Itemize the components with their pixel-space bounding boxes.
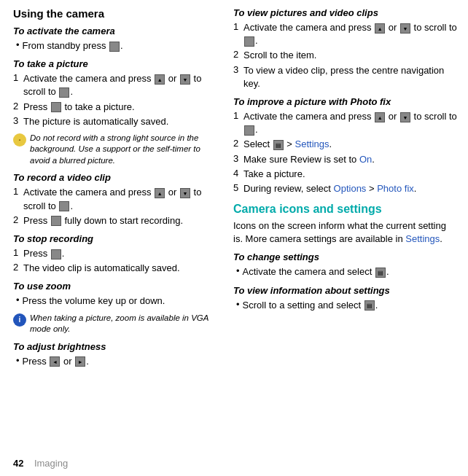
view-step2: Scroll to the item. [243,49,316,62]
bullet-icon: • [236,265,240,276]
photofix-step1: Activate the camera and press ▲ or ▼ to … [243,110,458,136]
nav-icon: ▲ [375,23,385,34]
nav-icon: ▲ [375,112,385,122]
list-item: 2 Select ▤ > Settings. [233,138,458,151]
item-number: 5 [233,182,243,193]
list-item: 1 Press . [13,247,216,260]
bullet-icon: • [16,355,20,366]
item-number: 1 [13,72,23,83]
list-item: 2 Press to take a picture. [13,101,216,114]
info-btn-icon: ▤ [364,300,375,311]
left-nav-icon: ◄ [50,356,60,367]
page-container: Using the camera To activate the camera … [0,0,468,476]
section-change-settings-heading: To change settings [233,251,458,262]
list-item: 3 The picture is automatically saved. [13,115,216,128]
list-item: 2 The video clip is automatically saved. [13,262,216,275]
photofix-step5: During review, select Options > Photo fi… [243,182,416,195]
nav-icon: ▼ [400,23,410,34]
list-item: • Press ◄ or ►. [13,355,216,368]
footer-page-number: 42 [13,458,23,469]
view-info-text: Scroll to a setting and select ▤. [243,299,378,312]
nav-icon: ▲ [155,188,165,198]
section-photofix-heading: To improve a picture with Photo fix [233,96,458,107]
section-stop-recording-heading: To stop recording [13,233,216,244]
section-activate-heading: To activate the camera [13,26,216,36]
scroll-target-icon [59,87,69,98]
section-view-pics-heading: To view pictures and video clips [233,7,458,18]
settings-btn-icon: ▤ [375,268,386,278]
take-pic-step1: Activate the camera and press ▲ or ▼ to … [23,72,216,98]
item-number: 3 [233,64,243,75]
record-step1: Activate the camera and press ▲ or ▼ to … [23,186,216,212]
info-text: When taking a picture, zoom is available… [30,313,216,335]
list-item: • From standby press . [13,39,216,52]
photofix-step3: Make sure Review is set to On. [243,153,375,166]
list-item: 1 Activate the camera and press ▲ or ▼ t… [233,21,458,47]
bullet-icon: • [16,39,20,50]
stop-step1: Press . [23,247,64,260]
zoom-text: Press the volume key up or down. [23,294,165,308]
section-view-info-heading: To view information about settings [233,285,458,296]
section-record-heading: To record a video clip [13,172,216,183]
view-step1: Activate the camera and press ▲ or ▼ to … [243,21,458,47]
section-take-picture-heading: To take a picture [13,58,216,69]
change-settings-text: Activate the camera and select ▤. [243,265,389,278]
view-step3: To view a video clip, press the centre n… [243,64,458,90]
warning-icon: · [13,133,26,147]
brightness-text: Press ◄ or ►. [23,355,89,368]
item-number: 4 [233,168,243,179]
item-number: 2 [13,101,23,112]
warning-text: Do not record with a strong light source… [30,133,216,167]
item-number: 1 [233,21,243,32]
page-title: Using the camera [13,7,216,20]
camera-icons-body: Icons on the screen inform what the curr… [233,219,458,246]
nav-icon: ▼ [180,188,190,198]
info-note: i When taking a picture, zoom is availab… [13,313,216,335]
list-item: 3 Make sure Review is set to On. [233,153,458,166]
footer-label: Imaging [34,458,68,469]
list-item: 1 Activate the camera and press ▲ or ▼ t… [13,72,216,98]
record-icon [51,216,61,226]
right-column: To view pictures and video clips 1 Activ… [226,7,468,469]
camera-icons-heading: Camera icons and settings [233,203,458,216]
item-number: 1 [13,186,23,197]
take-pic-step2: Press to take a picture. [23,101,135,114]
item-number: 1 [13,247,23,258]
list-item: 2 Press fully down to start recording. [13,214,216,227]
list-item: 3 To view a video clip, press the centre… [233,64,458,90]
section-zoom-heading: To use zoom [13,281,216,292]
photofix-step2: Select ▤ > Settings. [243,138,332,151]
item-number: 3 [13,115,23,126]
bullet-icon: • [16,294,20,305]
list-item: • Press the volume key up or down. [13,294,216,308]
list-item: • Activate the camera and select ▤. [233,265,458,278]
list-item: 5 During review, select Options > Photo … [233,182,458,195]
section-brightness-heading: To adjust brightness [13,341,216,352]
activate-text: From standby press . [23,39,123,52]
settings-icon: ▤ [273,140,284,150]
warning-note: · Do not record with a strong light sour… [13,133,216,167]
video-icon [59,201,69,211]
page-footer: 42 Imaging [13,458,68,469]
item-number: 2 [233,138,243,149]
scroll-icon2 [244,125,254,136]
stop-icon [51,249,61,260]
camera-icon [109,42,120,52]
list-item: • Scroll to a setting and select ▤. [233,299,458,312]
item-number: 2 [233,49,243,60]
shutter-icon [51,102,61,112]
list-item: 1 Activate the camera and press ▲ or ▼ t… [233,110,458,136]
item-number: 2 [13,262,23,273]
photofix-step4: Take a picture. [243,168,305,181]
list-item: 4 Take a picture. [233,168,458,181]
nav-icon: ▼ [180,74,190,85]
item-number: 3 [233,153,243,164]
info-icon: i [13,313,26,327]
nav-icon: ▼ [400,112,410,122]
take-pic-step3: The picture is automatically saved. [23,115,168,128]
bullet-icon: • [236,299,240,310]
record-step2: Press fully down to start recording. [23,214,183,227]
scroll-icon [244,36,254,47]
list-item: 1 Activate the camera and press ▲ or ▼ t… [13,186,216,212]
stop-step2: The video clip is automatically saved. [23,262,180,275]
